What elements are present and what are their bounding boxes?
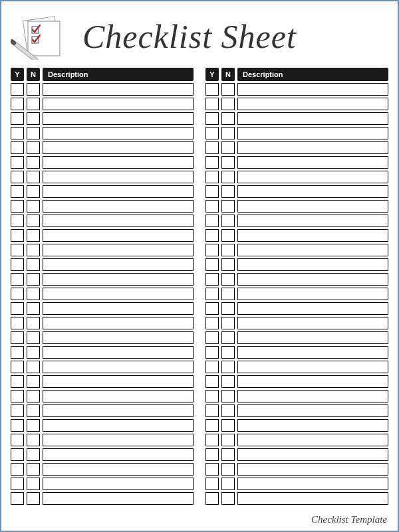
checkbox-yes[interactable] (11, 492, 24, 505)
checkbox-no[interactable] (221, 419, 235, 432)
description-field[interactable] (43, 331, 194, 344)
checkbox-no[interactable] (27, 390, 40, 402)
checkbox-yes[interactable] (11, 302, 24, 315)
checkbox-no[interactable] (221, 390, 235, 402)
checkbox-no[interactable] (221, 156, 235, 169)
description-field[interactable] (43, 390, 194, 402)
checkbox-no[interactable] (221, 229, 235, 242)
checkbox-no[interactable] (27, 185, 40, 198)
checkbox-yes[interactable] (11, 98, 24, 110)
description-field[interactable] (43, 273, 194, 286)
description-field[interactable] (43, 317, 194, 329)
checkbox-yes[interactable] (205, 346, 219, 359)
description-field[interactable] (237, 390, 388, 402)
checkbox-no[interactable] (27, 288, 40, 300)
description-field[interactable] (237, 200, 388, 213)
checkbox-no[interactable] (27, 492, 40, 505)
description-field[interactable] (237, 419, 388, 432)
checkbox-no[interactable] (221, 98, 235, 110)
checkbox-yes[interactable] (205, 375, 219, 388)
checkbox-no[interactable] (221, 112, 235, 125)
description-field[interactable] (237, 98, 388, 110)
checkbox-yes[interactable] (11, 244, 24, 256)
checkbox-no[interactable] (221, 185, 235, 198)
description-field[interactable] (43, 185, 194, 198)
description-field[interactable] (43, 302, 194, 315)
checkbox-no[interactable] (221, 434, 235, 446)
checkbox-no[interactable] (27, 215, 40, 227)
checkbox-no[interactable] (221, 127, 235, 139)
checkbox-yes[interactable] (11, 288, 24, 300)
checkbox-yes[interactable] (11, 185, 24, 198)
checkbox-yes[interactable] (11, 127, 24, 139)
checkbox-yes[interactable] (205, 492, 219, 505)
description-field[interactable] (43, 215, 194, 227)
checkbox-yes[interactable] (205, 185, 219, 198)
checkbox-yes[interactable] (205, 273, 219, 286)
checkbox-no[interactable] (221, 478, 235, 490)
description-field[interactable] (237, 273, 388, 286)
checkbox-no[interactable] (27, 200, 40, 213)
checkbox-no[interactable] (27, 112, 40, 125)
checkbox-no[interactable] (221, 215, 235, 227)
description-field[interactable] (237, 215, 388, 227)
description-field[interactable] (43, 244, 194, 256)
checkbox-no[interactable] (221, 346, 235, 359)
description-field[interactable] (237, 463, 388, 476)
description-field[interactable] (43, 156, 194, 169)
checkbox-no[interactable] (27, 375, 40, 388)
checkbox-yes[interactable] (11, 83, 24, 96)
checkbox-yes[interactable] (11, 478, 24, 490)
checkbox-yes[interactable] (11, 112, 24, 125)
checkbox-no[interactable] (27, 171, 40, 183)
checkbox-no[interactable] (221, 83, 235, 96)
checkbox-yes[interactable] (11, 331, 24, 344)
checkbox-yes[interactable] (205, 171, 219, 183)
checkbox-yes[interactable] (205, 244, 219, 256)
checkbox-no[interactable] (27, 244, 40, 256)
description-field[interactable] (237, 478, 388, 490)
description-field[interactable] (43, 127, 194, 139)
description-field[interactable] (237, 127, 388, 139)
description-field[interactable] (43, 346, 194, 359)
checkbox-no[interactable] (221, 463, 235, 476)
description-field[interactable] (43, 492, 194, 505)
checkbox-yes[interactable] (205, 361, 219, 373)
checkbox-yes[interactable] (205, 478, 219, 490)
description-field[interactable] (43, 448, 194, 461)
checkbox-no[interactable] (221, 317, 235, 329)
description-field[interactable] (43, 98, 194, 110)
checkbox-no[interactable] (221, 288, 235, 300)
description-field[interactable] (43, 288, 194, 300)
checkbox-no[interactable] (221, 141, 235, 154)
description-field[interactable] (237, 346, 388, 359)
checkbox-yes[interactable] (11, 141, 24, 154)
checkbox-no[interactable] (27, 361, 40, 373)
description-field[interactable] (237, 112, 388, 125)
checkbox-yes[interactable] (205, 302, 219, 315)
checkbox-yes[interactable] (205, 463, 219, 476)
checkbox-no[interactable] (27, 448, 40, 461)
description-field[interactable] (237, 492, 388, 505)
checkbox-no[interactable] (27, 331, 40, 344)
checkbox-no[interactable] (221, 492, 235, 505)
checkbox-no[interactable] (221, 404, 235, 417)
checkbox-yes[interactable] (11, 463, 24, 476)
checkbox-yes[interactable] (205, 390, 219, 402)
checkbox-no[interactable] (27, 229, 40, 242)
checkbox-yes[interactable] (11, 404, 24, 417)
description-field[interactable] (237, 156, 388, 169)
description-field[interactable] (237, 434, 388, 446)
description-field[interactable] (237, 171, 388, 183)
checkbox-yes[interactable] (205, 331, 219, 344)
checkbox-yes[interactable] (205, 112, 219, 125)
description-field[interactable] (43, 375, 194, 388)
checkbox-yes[interactable] (205, 288, 219, 300)
checkbox-no[interactable] (221, 273, 235, 286)
description-field[interactable] (43, 361, 194, 373)
checkbox-no[interactable] (221, 200, 235, 213)
checkbox-yes[interactable] (11, 419, 24, 432)
description-field[interactable] (237, 361, 388, 373)
checkbox-yes[interactable] (205, 419, 219, 432)
description-field[interactable] (43, 463, 194, 476)
